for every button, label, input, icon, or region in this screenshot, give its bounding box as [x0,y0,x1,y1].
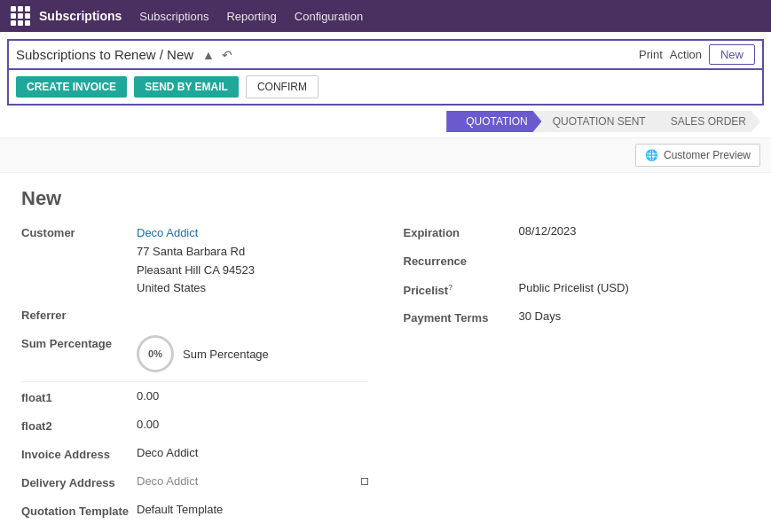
menu-item-subscriptions[interactable]: Subscriptions [139,10,208,23]
topnav: Subscriptions Subscriptions Reporting Co… [0,0,771,32]
customer-preview-label: Customer Preview [664,149,751,161]
create-invoice-button[interactable]: CREATE INVOICE [16,76,127,98]
expiration-row: Expiration 08/12/2023 [404,224,751,244]
delivery-address-label: Delivery Address [21,474,137,489]
float2-value[interactable]: 0.00 [137,418,159,431]
apps-menu-icon[interactable] [11,6,30,26]
customer-addr2: Pleasant Hill CA 94523 [137,262,255,280]
title-icons: ▲ ↶ [202,48,232,62]
status-pipeline: QUOTATION QUOTATION SENT SALES ORDER [446,111,760,132]
invoice-address-row: Invoice Address Deco Addict [21,446,368,466]
invoice-address-value[interactable]: Deco Addict [137,446,198,459]
payment-terms-row: Payment Terms 30 Days [404,309,751,329]
float1-label: float1 [21,389,137,404]
payment-terms-label: Payment Terms [404,309,519,325]
form-right-col: Expiration 08/12/2023 Recurrence Priceli… [404,224,751,531]
customer-addr1: 77 Santa Barbara Rd [137,243,255,262]
delivery-address-row: Delivery Address Deco Addict [21,474,368,494]
new-button[interactable]: New [709,44,755,65]
form-left-col: Customer Deco Addict 77 Santa Barbara Rd… [21,224,368,531]
customer-row: Customer Deco Addict 77 Santa Barbara Rd… [21,224,368,298]
customer-preview-row: 🌐 Customer Preview [0,138,771,173]
referrer-row: Referrer [21,307,368,326]
pipeline-step-quotation-sent[interactable]: QUOTATION SENT [533,111,660,132]
title-right: Print Action New [639,44,755,65]
confirm-button[interactable]: CONFIRM [246,75,319,98]
invoice-address-label: Invoice Address [21,446,137,461]
delivery-address-value[interactable]: Deco Addict [137,474,198,488]
quotation-template-value[interactable]: Default Template [137,503,223,516]
recurrence-label: Recurrence [404,253,519,268]
float1-row: float1 0.00 [21,389,368,409]
title-left: Subscriptions to Renew / New ▲ ↶ [16,47,232,62]
sum-pct-control: 0% Sum Percentage [137,335,269,372]
customer-addr3: United States [137,279,255,298]
menu-item-configuration[interactable]: Configuration [295,10,363,23]
sum-pct-text: Sum Percentage [183,348,269,361]
customer-name[interactable]: Deco Addict [137,224,255,243]
float1-value[interactable]: 0.00 [137,389,159,403]
pipeline-step-quotation[interactable]: QUOTATION [446,111,542,132]
action-bar: CREATE INVOICE SEND BY EMAIL CONFIRM [7,70,764,106]
float2-row: float2 0.00 [21,418,368,437]
expiration-value[interactable]: 08/12/2023 [519,224,577,238]
pricelist-value[interactable]: Public Pricelist (USD) [519,281,629,294]
top-menu: Subscriptions Reporting Configuration [139,10,363,23]
page-title: Subscriptions to Renew / New [16,47,193,62]
globe-icon: 🌐 [645,149,658,161]
menu-item-reporting[interactable]: Reporting [226,10,276,23]
payment-terms-value[interactable]: 30 Days [519,309,562,323]
form-area: New Customer Deco Addict 77 Santa Barbar… [0,173,771,532]
small-square-icon [361,474,368,488]
title-bar: Subscriptions to Renew / New ▲ ↶ Print A… [7,39,764,70]
recurrence-row: Recurrence [404,253,751,272]
upload-icon[interactable]: ▲ [202,48,215,62]
pricelist-label: Pricelist? [404,281,519,297]
brand-label[interactable]: Subscriptions [39,9,122,23]
customer-label: Customer [21,224,137,239]
quotation-template-row: Quotation Template Default Template [21,503,368,522]
customer-preview-button[interactable]: 🌐 Customer Preview [635,144,760,167]
expiration-label: Expiration [404,224,519,239]
quotation-template-label: Quotation Template [21,503,137,518]
pricelist-row: Pricelist? Public Pricelist (USD) [404,281,751,301]
undo-icon[interactable]: ↶ [222,48,232,62]
form-title: New [21,187,750,210]
sum-pct-row: Sum Percentage 0% Sum Percentage [21,335,368,372]
main-area: Subscriptions to Renew / New ▲ ↶ Print A… [0,32,771,532]
form-grid: Customer Deco Addict 77 Santa Barbara Rd… [21,224,750,531]
sum-pct-label: Sum Percentage [21,335,137,350]
print-button[interactable]: Print [639,48,663,61]
pipeline-step-sales-order[interactable]: SALES ORDER [651,111,760,132]
action-button[interactable]: Action [670,48,702,61]
float2-label: float2 [21,418,137,433]
customer-value: Deco Addict 77 Santa Barbara Rd Pleasant… [137,224,255,298]
pct-circle[interactable]: 0% [137,335,174,372]
send-by-email-button[interactable]: SEND BY EMAIL [134,76,239,98]
referrer-label: Referrer [21,307,137,322]
